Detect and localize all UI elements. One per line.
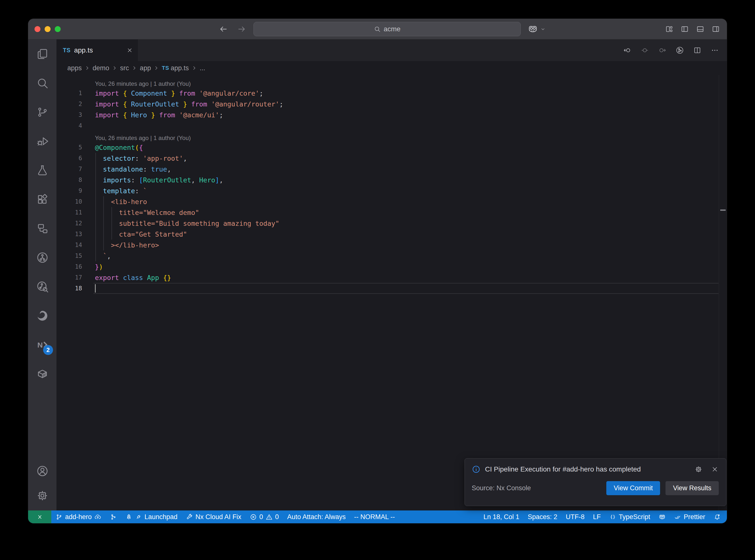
launchpad-status[interactable]: Launchpad (121, 511, 182, 523)
notification-header: CI Pipeline Execution for #add-hero has … (472, 465, 719, 474)
hierarchy-view-icon (36, 222, 49, 235)
activity-bar-item-edge-browser-icon[interactable] (28, 301, 57, 330)
code-line-1[interactable]: 1import { Component } from '@angular/cor… (57, 88, 727, 99)
toggle-panel-icon[interactable] (696, 25, 704, 33)
line-number: 14 (57, 242, 82, 248)
prettier-status[interactable]: Prettier (670, 511, 709, 523)
tab-app-ts[interactable]: TS app.ts (57, 39, 138, 61)
code-content: You, 26 minutes ago | 1 author (You)1imp… (57, 75, 727, 294)
code-line-17[interactable]: 17export class App {} (57, 272, 727, 283)
toggle-primary-sidebar-icon[interactable] (680, 25, 689, 33)
code-line-3[interactable]: 3import { Hero } from '@acme/ui'; (57, 109, 727, 120)
double-check-icon (674, 514, 681, 521)
activity-bar-item-source-control-icon[interactable] (28, 98, 57, 127)
line-number: 15 (57, 253, 82, 259)
git-branch-status[interactable]: add-hero (51, 511, 105, 523)
breadcrumb-item[interactable]: demo (93, 64, 110, 72)
activity-bar-item-gitlens-icon[interactable] (28, 243, 57, 272)
code-line-8[interactable]: 8 imports: [RouterOutlet, Hero], (57, 175, 727, 185)
customize-layout-icon[interactable] (665, 25, 673, 33)
activity-bar-item-run-debug-icon[interactable] (28, 127, 57, 156)
breadcrumb-item[interactable]: TSapp.ts (162, 64, 189, 72)
svg-text:{}: {} (610, 514, 616, 519)
status-label: UTF-8 (565, 513, 584, 521)
notification-close-icon[interactable] (711, 465, 719, 473)
codelens-blame-link[interactable]: You, 26 minutes ago | 1 author (You) (95, 135, 191, 141)
breadcrumb-separator-icon (132, 65, 137, 71)
codelens-row[interactable]: You, 26 minutes ago | 1 author (You) (57, 131, 727, 142)
breadcrumb-item[interactable]: ... (200, 64, 205, 72)
code-line-12[interactable]: 12 subtitle="Build something amazing tod… (57, 218, 727, 229)
copilot-menu[interactable] (528, 24, 546, 34)
auto-attach-status[interactable]: Auto Attach: Always (283, 511, 350, 523)
more-actions-icon[interactable] (711, 46, 719, 55)
encoding-status[interactable]: UTF-8 (561, 511, 589, 523)
vim-mode-status[interactable]: -- NORMAL -- (350, 511, 399, 523)
breadcrumb-item[interactable]: apps (67, 64, 82, 72)
activity-bar-item-gitlens-search-icon[interactable] (28, 272, 57, 301)
minimize-window-button[interactable] (45, 26, 51, 32)
notification-settings-icon[interactable] (695, 465, 702, 473)
language-mode-status[interactable]: {}TypeScript (605, 511, 654, 523)
code-line-10[interactable]: 10 <lib-hero (57, 196, 727, 207)
nav-back-circle-icon[interactable] (623, 46, 632, 55)
code-line-2[interactable]: 2import { RouterOutlet } from '@angular/… (57, 99, 727, 109)
activity-bar-item-accounts-icon[interactable] (28, 459, 57, 483)
activity-bar-item-nx-console-icon[interactable]: N2 (28, 330, 57, 359)
code-line-16[interactable]: 16}) (57, 261, 727, 272)
activity-bar-item-settings-gear-icon[interactable] (28, 483, 57, 508)
nav-forward-circle-icon[interactable] (658, 46, 667, 55)
accounts-icon (36, 465, 49, 477)
breadcrumb-item[interactable]: src (120, 64, 129, 72)
cursor-position-status[interactable]: Ln 18, Col 1 (479, 511, 524, 523)
code-line-18[interactable]: 18 (57, 283, 727, 294)
code-line-14[interactable]: 14 ></lib-hero> (57, 240, 727, 251)
activity-bar-item-search-view-icon[interactable] (28, 68, 57, 98)
code-editor[interactable]: You, 26 minutes ago | 1 author (You)1imp… (57, 75, 727, 511)
indentation-status[interactable]: Spaces: 2 (523, 511, 561, 523)
commit-graph-circle-icon[interactable] (676, 46, 684, 55)
copilot-status[interactable] (654, 511, 670, 523)
commit-graph-status[interactable] (105, 511, 121, 523)
notifications-bell[interactable] (709, 511, 725, 523)
breadcrumb-label: app.ts (171, 64, 189, 72)
eol-status[interactable]: LF (589, 511, 605, 523)
codelens-blame-link[interactable]: You, 26 minutes ago | 1 author (You) (95, 80, 191, 87)
activity-bar-item-extensions-icon[interactable] (28, 185, 57, 214)
line-number: 4 (57, 122, 82, 129)
code-line-6[interactable]: 6 selector: 'app-root', (57, 153, 727, 164)
activity-bar-item-explorer-icon[interactable] (28, 39, 57, 68)
close-tab-icon[interactable] (126, 47, 133, 54)
code-line-11[interactable]: 11 title="Welcmoe demo" (57, 207, 727, 218)
code-line-15[interactable]: 15 `, (57, 251, 727, 261)
split-editor-icon[interactable] (693, 46, 701, 55)
activity-bar-item-testing-icon[interactable] (28, 156, 57, 185)
nav-circle-icon[interactable] (641, 46, 649, 55)
problems-status[interactable]: 00 (245, 511, 283, 523)
editor-scrollbar[interactable] (719, 75, 727, 511)
view-results-button[interactable]: View Results (665, 481, 719, 495)
editor-actions (623, 39, 727, 61)
code-line-5[interactable]: 5@Component({ (57, 142, 727, 153)
typescript-file-icon: TS (162, 65, 169, 71)
zoom-window-button[interactable] (55, 26, 61, 32)
activity-bar-item-containers-icon[interactable] (28, 359, 57, 388)
code-text: standalone: true, (95, 165, 171, 173)
codelens-row[interactable]: You, 26 minutes ago | 1 author (You) (57, 77, 727, 88)
code-line-9[interactable]: 9 template: ` (57, 185, 727, 196)
remote-indicator[interactable] (28, 511, 51, 523)
search-view-icon (36, 77, 49, 89)
breadcrumb-item[interactable]: app (140, 64, 151, 72)
close-window-button[interactable] (35, 26, 40, 32)
nx-cloud-ai-fix-status[interactable]: Nx Cloud AI Fix (182, 511, 245, 523)
command-center-search[interactable]: acme (254, 22, 521, 36)
view-commit-button[interactable]: View Commit (606, 481, 660, 495)
code-line-4[interactable]: 4 (57, 120, 727, 131)
activity-bar-item-hierarchy-view-icon[interactable] (28, 214, 57, 243)
history-back-icon[interactable] (219, 25, 228, 34)
toggle-secondary-sidebar-icon[interactable] (712, 25, 720, 33)
breadcrumb-label: apps (67, 64, 82, 72)
code-line-13[interactable]: 13 cta="Get Started" (57, 229, 727, 240)
code-line-7[interactable]: 7 standalone: true, (57, 164, 727, 175)
history-forward-icon[interactable] (237, 25, 246, 34)
